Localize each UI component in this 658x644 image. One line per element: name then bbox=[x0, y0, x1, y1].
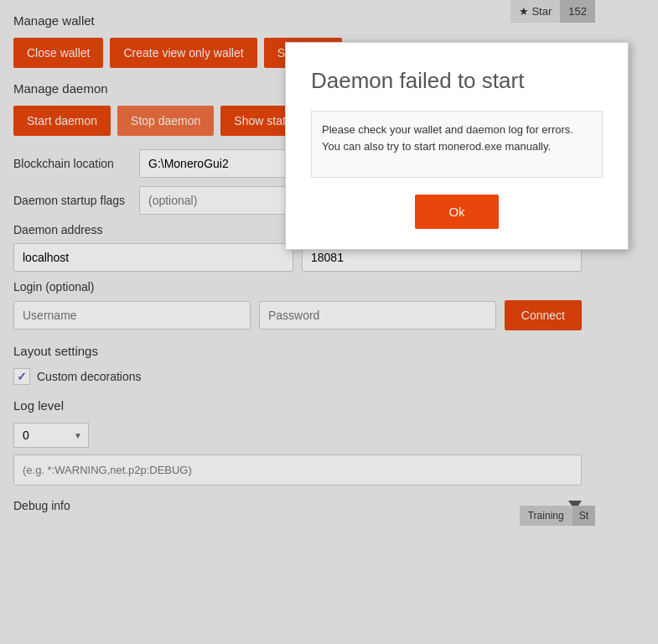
modal-title: Daemon failed to start bbox=[311, 68, 603, 94]
daemon-failed-modal: Daemon failed to start Please check your… bbox=[285, 42, 629, 250]
modal-ok-button[interactable]: Ok bbox=[415, 195, 498, 229]
modal-message: Please check your wallet and daemon log … bbox=[311, 111, 603, 178]
modal-overlay: Daemon failed to start Please check your… bbox=[0, 0, 658, 644]
